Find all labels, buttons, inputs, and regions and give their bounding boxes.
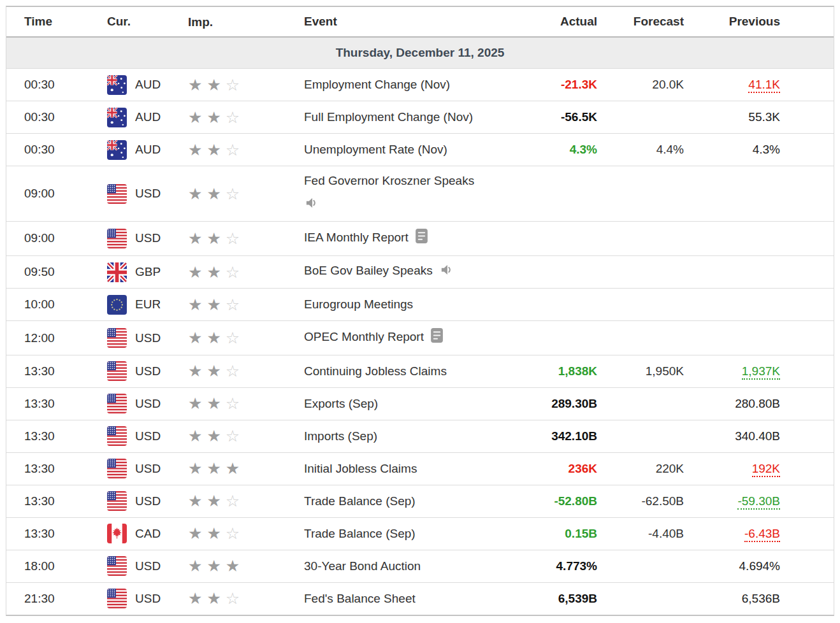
flag-australia-icon [107,108,127,127]
report-icon[interactable] [415,228,428,249]
importance-empty-stars: ☆ [226,185,244,203]
importance-filled-stars: ★★ [188,185,226,203]
flag-united-states-icon [107,459,127,478]
event-time: 18:00 [6,559,107,573]
event-time: 13:30 [6,429,107,443]
importance-empty-stars: ☆ [226,296,244,314]
col-header-forecast: Forecast [597,15,684,29]
event-row[interactable]: 13:30USD★★☆Imports (Sep)342.10B340.40B [6,420,834,452]
event-name: Trade Balance (Sep) [304,494,416,508]
event-name: Unemployment Rate (Nov) [304,143,447,156]
actual-value: -21.3K [523,78,597,92]
flag-united-states-icon [107,589,127,608]
forecast-value: -4.40B [597,527,684,541]
flag-united-states-icon [107,361,127,381]
event-row[interactable]: 13:30USD★★☆Continuing Jobless Claims1,83… [6,355,834,387]
flag-united-states-icon [107,328,127,348]
previous-value: -59.30B [684,494,834,508]
currency-code: USD [135,429,161,443]
previous-value: 1,937K [684,364,834,378]
report-icon[interactable] [430,327,444,348]
importance-filled-stars: ★★ [188,76,226,94]
col-header-importance: Imp. [188,16,304,28]
currency-code: USD [135,331,161,345]
event-row[interactable]: 00:30AUD★★☆Full Employment Change (Nov)-… [6,101,834,133]
event-row[interactable]: 18:00USD★★★30-Year Bond Auction4.773%4.6… [6,550,834,582]
flag-united-states-icon [107,184,127,204]
importance-stars: ★★☆ [188,363,304,379]
economic-calendar-table: Time Cur. Imp. Event Actual Forecast Pre… [6,6,834,616]
importance-empty-stars: ☆ [226,76,244,94]
event-row[interactable]: 13:30USD★★★Initial Jobless Claims236K220… [6,452,834,485]
col-header-actual: Actual [523,15,597,29]
importance-stars: ★★★ [188,461,304,476]
currency-code: USD [135,187,161,201]
event-time: 21:30 [6,592,107,606]
flag-united-states-icon [107,556,127,576]
event-row[interactable]: 13:30CAD★★☆Trade Balance (Sep)0.15B-4.40… [6,517,834,550]
currency-code: USD [135,364,161,378]
event-row[interactable]: 13:30USD★★☆Trade Balance (Sep)-52.80B-62… [6,485,834,517]
event-name: 30-Year Bond Auction [304,559,421,573]
importance-filled-stars: ★★ [188,296,226,314]
event-time: 10:00 [6,297,107,312]
importance-empty-stars: ☆ [226,427,244,445]
event-row[interactable]: 10:00EUR★★☆Eurogroup Meetings [6,288,834,320]
event-row[interactable]: 00:30AUD★★☆Employment Change (Nov)-21.3K… [6,68,834,101]
event-time: 13:30 [6,527,107,541]
event-row[interactable]: 12:00USD★★☆OPEC Monthly Report [6,320,834,355]
event-time: 00:30 [6,110,107,124]
event-row[interactable]: 09:50GBP★★☆BoE Gov Bailey Speaks [6,255,834,289]
importance-stars: ★★☆ [188,297,304,313]
actual-value: 4.773% [523,559,597,573]
importance-filled-stars: ★★★ [188,459,244,478]
actual-value: -56.5K [523,110,597,124]
importance-stars: ★★☆ [188,77,304,93]
actual-value: 1,838K [523,364,597,378]
actual-value: 4.3% [523,143,597,157]
importance-empty-stars: ☆ [226,141,244,159]
previous-value: 340.40B [684,429,834,443]
event-name: Exports (Sep) [304,397,378,410]
importance-stars: ★★★ [188,558,304,574]
importance-empty-stars: ☆ [226,108,244,127]
actual-value: 6,539B [523,592,597,606]
importance-stars: ★★☆ [188,428,304,444]
col-header-currency: Cur. [107,15,188,29]
importance-filled-stars: ★★ [188,492,226,510]
importance-filled-stars: ★★ [188,394,226,413]
previous-value: -6.43B [684,527,834,541]
previous-value: 55.3K [684,110,834,124]
currency-code: CAD [135,527,161,541]
importance-empty-stars: ☆ [226,492,244,510]
flag-united-states-icon [107,491,127,511]
event-name: Eurogroup Meetings [304,297,413,311]
importance-empty-stars: ☆ [226,362,244,380]
importance-empty-stars: ☆ [226,394,244,413]
event-row[interactable]: 21:30USD★★☆Fed's Balance Sheet6,539B6,53… [6,582,834,615]
event-time: 13:30 [6,364,107,378]
actual-value: 289.30B [523,397,597,411]
event-row[interactable]: 09:00USD★★☆Fed Governor Kroszner Speaks [6,166,834,221]
importance-filled-stars: ★★★ [188,557,244,575]
event-row[interactable]: 00:30AUD★★☆Unemployment Rate (Nov)4.3%4.… [6,133,834,166]
currency-code: USD [135,559,161,573]
speaker-icon[interactable] [439,262,454,282]
speaker-icon[interactable] [304,196,516,215]
flag-canada-icon [107,524,127,543]
importance-stars: ★★☆ [188,330,304,346]
col-header-previous: Previous [684,15,834,29]
actual-value: -52.80B [523,494,597,508]
event-time: 13:30 [6,397,107,411]
importance-filled-stars: ★★ [188,329,226,347]
event-row[interactable]: 09:00USD★★☆IEA Monthly Report [6,221,834,255]
importance-filled-stars: ★★ [188,141,226,159]
actual-value: 236K [523,462,597,476]
currency-code: USD [135,397,161,411]
previous-value: 41.1K [684,78,834,92]
event-row[interactable]: 13:30USD★★☆Exports (Sep)289.30B280.80B [6,387,834,420]
importance-filled-stars: ★★ [188,524,226,543]
table-header-row: Time Cur. Imp. Event Actual Forecast Pre… [6,7,834,38]
event-name: Employment Change (Nov) [304,78,450,91]
importance-empty-stars: ☆ [226,524,244,543]
